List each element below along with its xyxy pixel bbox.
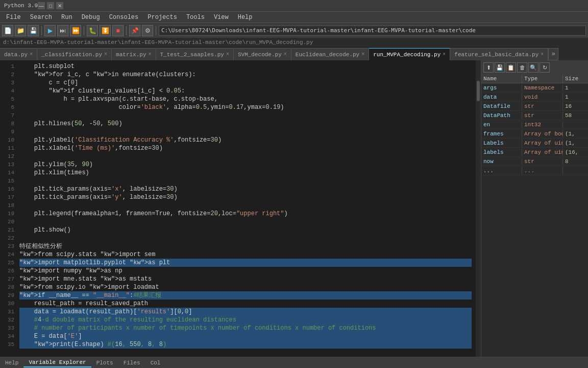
tab-files[interactable]: Files	[118, 359, 145, 367]
breadcrumb: d:\infant-EEG-MVPA-tutorial-master\infan…	[0, 38, 588, 47]
tab-close-6[interactable]: ×	[443, 52, 446, 57]
titlebar-title: Python 3.9	[4, 3, 38, 9]
var-row-6[interactable]: LabelsArray of uint8(1,	[481, 139, 588, 148]
new-file-button[interactable]: 📄	[2, 25, 13, 36]
toolbar: 📄 📁 💾 ▶ ⏭ ⏩ 🐛 ⏬ ■ 📌 ⚙	[0, 22, 588, 38]
code-line-32: # number of participants x number of tim…	[19, 324, 472, 332]
code-line-14	[19, 177, 472, 185]
code-line-18: plt.legend(framealpha=1, frameon=True, f…	[19, 210, 472, 218]
tab-close-7[interactable]: ×	[541, 52, 544, 57]
var-row-2[interactable]: Datafilestr16	[481, 102, 588, 111]
tabbar: data.py×_classification.py×matrix.py×T_t…	[0, 47, 588, 60]
code-line-4: h = plt.axvspan(c.start-base, c.stop-bas…	[19, 95, 472, 103]
code-line-29: result_path = result_saved_path	[19, 300, 472, 308]
var-col-name: Name	[481, 75, 522, 83]
code-line-34: "kw">print(E.shape) #(16, 550, 8, 8)	[19, 340, 472, 349]
var-search-button[interactable]: 🔍	[528, 62, 538, 73]
minimize-button[interactable]: —	[38, 2, 45, 9]
save-button[interactable]: 💾	[28, 25, 39, 36]
run-button[interactable]: ▶	[44, 25, 56, 36]
open-file-button[interactable]: 📁	[15, 25, 26, 36]
var-row-9[interactable]: ......	[481, 166, 588, 175]
right-panel: ⬆ 💾 📋 🗑 🔍 ↻ Name Type Size argsNamespace…	[481, 60, 588, 357]
menu-item-file[interactable]: File	[2, 13, 25, 22]
var-delete-button[interactable]: 🗑	[517, 62, 527, 73]
tab-close-4[interactable]: ×	[284, 52, 287, 57]
scrollbar-thumb[interactable]	[477, 81, 480, 101]
toolbar-separator-3	[126, 26, 127, 35]
code-line-11	[19, 152, 472, 160]
menu-item-search[interactable]: Search	[26, 13, 56, 22]
code-line-30: data = loadmat(result_path)['results'][0…	[19, 308, 472, 316]
code-content[interactable]: plt.subplot "kw">for i_c, c "kw">in enum…	[15, 60, 476, 357]
stop-button[interactable]: ■	[112, 25, 124, 36]
tab-close-0[interactable]: ×	[30, 52, 33, 57]
code-line-23: "kw">from scipy.stats "kw">import sem	[19, 250, 472, 259]
run-cell-advance-button[interactable]: ⏩	[70, 25, 81, 36]
editor-tab-5[interactable]: Euclidean_decode.py×	[291, 48, 369, 60]
editor-scrollbar[interactable]	[476, 60, 481, 357]
var-import-button[interactable]: ⬆	[483, 62, 494, 73]
titlebar: Python 3.9 — □ ✕	[0, 0, 588, 11]
tab-close-2[interactable]: ×	[149, 52, 152, 57]
menu-item-consoles[interactable]: Consoles	[105, 13, 143, 22]
var-row-5[interactable]: framesArray of bool(1,	[481, 129, 588, 139]
var-col-size: Size	[563, 75, 583, 83]
code-line-8	[19, 128, 472, 136]
debug-button[interactable]: 🐛	[87, 25, 98, 36]
var-rows: argsNamespace1datavoid1Datafilestr16Data…	[481, 83, 588, 175]
var-col-type: Type	[522, 75, 563, 83]
code-line-20: plt.show()	[19, 226, 472, 234]
editor-tab-2[interactable]: matrix.py×	[112, 48, 156, 60]
code-line-24: "kw">import matplotlib.pyplot "kw">as pl…	[19, 259, 472, 267]
menu-item-help[interactable]: Help	[234, 13, 257, 22]
tab-overflow[interactable]: »	[548, 48, 558, 60]
code-line-27: "kw">from scipy.io "kw">import loadmat	[19, 283, 472, 291]
menu-item-tools[interactable]: Tools	[182, 13, 209, 22]
tab-close-3[interactable]: ×	[226, 52, 229, 57]
editor-tab-7[interactable]: feature_sel_basic_data.py×	[450, 48, 548, 60]
var-row-0[interactable]: argsNamespace1	[481, 83, 588, 93]
step-button[interactable]: ⏬	[100, 25, 111, 36]
var-row-4[interactable]: enint32	[481, 120, 588, 129]
editor-tab-1[interactable]: _classification.py×	[37, 48, 112, 60]
maximize-button[interactable]: □	[47, 2, 54, 9]
options-button[interactable]: ⚙	[142, 25, 153, 36]
variable-table: Name Type Size argsNamespace1datavoid1Da…	[481, 75, 588, 357]
editor-tab-3[interactable]: T_test_2_saaples.py×	[156, 48, 234, 60]
tab-col[interactable]: Col	[145, 359, 166, 367]
code-line-6	[19, 111, 472, 120]
code-line-33: E = data['E']	[19, 332, 472, 340]
pin-button[interactable]: 📌	[129, 25, 140, 36]
tab-variable-explorer[interactable]: Variable Explorer	[23, 358, 91, 367]
code-line-13: plt.xlim(times)	[19, 169, 472, 177]
editor-tab-0[interactable]: data.py×	[0, 48, 37, 60]
tab-close-1[interactable]: ×	[104, 52, 107, 57]
code-editor[interactable]: 1234567891011121314151617181920212223242…	[0, 60, 481, 357]
path-input[interactable]	[159, 26, 586, 36]
menu-item-view[interactable]: View	[210, 13, 233, 22]
tab-plots[interactable]: Plots	[91, 359, 118, 367]
var-copy-button[interactable]: 📋	[506, 62, 516, 73]
run-cell-button[interactable]: ⏭	[57, 25, 68, 36]
editor-tab-6[interactable]: run_MVPA_decoding.py×	[369, 48, 450, 60]
close-button[interactable]: ✕	[56, 2, 63, 9]
code-line-9: plt.ylabel('Classification Accuracy %',f…	[19, 136, 472, 144]
menu-item-projects[interactable]: Projects	[143, 13, 181, 22]
var-row-1[interactable]: datavoid1	[481, 93, 588, 102]
code-line-17	[19, 201, 472, 210]
var-refresh-button[interactable]: ↻	[540, 62, 550, 73]
menu-item-run[interactable]: Run	[57, 13, 77, 22]
menu-item-debug[interactable]: Debug	[78, 13, 104, 22]
tab-help[interactable]: Help	[0, 359, 23, 367]
code-line-22: 特征相似性分析	[19, 242, 472, 250]
var-row-7[interactable]: labelsArray of uint8(16,	[481, 148, 588, 157]
toolbar-separator-2	[84, 26, 84, 35]
editor-tab-4[interactable]: SVM_decode.py×	[234, 48, 291, 60]
var-row-3[interactable]: DataPathstr58	[481, 111, 588, 120]
line-numbers: 1234567891011121314151617181920212223242…	[0, 60, 15, 357]
var-save-button[interactable]: 💾	[495, 62, 505, 73]
tab-close-5[interactable]: ×	[361, 52, 364, 57]
var-row-8[interactable]: nowstr8	[481, 157, 588, 166]
code-line-12: plt.ylim(35, 90)	[19, 160, 472, 169]
